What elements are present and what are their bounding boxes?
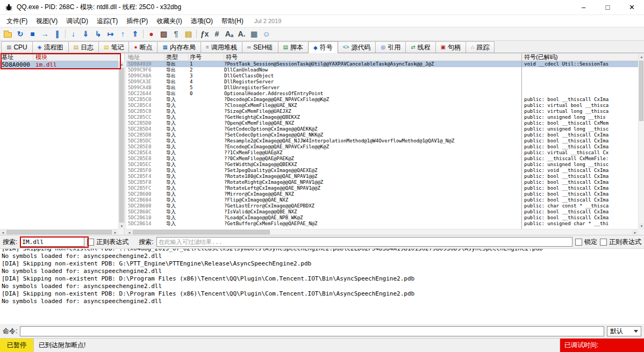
table-row[interactable]: 5D99C9F6导出2DllCanUnloadNow (126, 67, 638, 73)
menu-item[interactable]: 收藏夹(I) (152, 15, 186, 27)
comment-icon[interactable]: ¶ (170, 28, 182, 40)
scroll-thumb[interactable] (133, 230, 270, 234)
scroll-thumb[interactable] (6, 230, 112, 234)
memory-map-icon[interactable]: ▦ (248, 28, 260, 40)
lock-checkbox[interactable] (575, 239, 582, 246)
execute-till-return-icon[interactable]: ↑ (117, 28, 129, 40)
assemble-icon[interactable]: A. (235, 28, 248, 40)
tab-trace[interactable]: ∴跟踪 (466, 41, 495, 53)
symbol-regex-checkbox[interactable] (600, 239, 607, 246)
menu-item[interactable]: 帮助(H) (217, 15, 248, 27)
tab-seh[interactable]: ∞SEH链 (242, 41, 278, 53)
notes-icon[interactable]: ▤ (182, 28, 195, 40)
command-profile-dropdown[interactable]: 默认 (607, 326, 641, 336)
table-row[interactable]: 5D99CA0A导出3DllGetClassObject (126, 73, 638, 79)
scroll-track[interactable] (132, 229, 632, 235)
tab-source[interactable]: <>源代码 (338, 41, 376, 53)
command-input[interactable] (20, 326, 604, 336)
help-icon[interactable]: ☺ (260, 28, 273, 40)
animate-over-icon[interactable]: ↦ (104, 28, 117, 40)
table-row[interactable]: 5DC2B5DC导入?Resample2@CxImage@@QAE_NJJW4I… (126, 138, 638, 144)
scroll-track[interactable] (119, 67, 124, 223)
tab-threads[interactable]: ⇄线程 (405, 41, 435, 53)
log-output[interactable]: [DIA] Skipping non-existent PDB: ..\x64d… (0, 248, 644, 324)
scroll-up-icon[interactable]: ▲ (119, 61, 125, 67)
menu-item[interactable]: 视图(V) (32, 15, 62, 27)
tab-memory-map[interactable]: ▦内存布局 (157, 41, 201, 53)
table-row[interactable]: 5DC2B5C8导入?Size@CxMemFile@@UAEJXZpublic:… (126, 109, 638, 114)
column-header-type[interactable]: 类型 (165, 54, 189, 61)
restart-icon[interactable]: ↻ (14, 28, 26, 40)
tab-call-stack[interactable]: ≡调用堆栈 (201, 41, 242, 53)
tab-cpu[interactable]: ▦CPU (1, 41, 33, 53)
table-row[interactable]: 5DC2B608导入?GetLastError@CxImage@@QAEPBDX… (126, 203, 638, 209)
menu-item[interactable]: 追踪(T) (92, 15, 122, 27)
table-row[interactable]: 5DC2B5E4导入??1CxMemFile@@UAE@XZpublic: vi… (126, 150, 638, 156)
tab-notes[interactable]: ▤笔记 (98, 41, 129, 53)
table-row[interactable]: 5DC2B5D8导入?SetCodecOption@CxImage@@QAE_N… (126, 132, 638, 138)
table-row[interactable]: 5DC2B5F4导入?Rotate180@CxImage@@QAE_NPAV1@… (126, 174, 638, 179)
scroll-thumb[interactable] (639, 61, 643, 121)
scroll-down-icon[interactable]: ▼ (119, 223, 125, 229)
table-row[interactable]: 5D8A0000im.dll (0, 61, 118, 69)
maximize-button[interactable]: □ (596, 0, 620, 15)
column-header-base[interactable]: 基址 (0, 54, 33, 61)
table-row[interactable]: 5DC2B5D4导入?GetCodecOption@CxImage@@QAEKK… (126, 126, 638, 132)
minimize-button[interactable]: – (571, 0, 596, 15)
table-row[interactable]: 5DC2B604导入?Flip@CxImage@@QAE_NXZpublic: … (126, 197, 638, 203)
column-header-ordinal[interactable]: 序号 (189, 54, 224, 61)
ordinal-icon[interactable]: # (211, 28, 223, 40)
tab-log[interactable]: ▤日志 (68, 41, 99, 53)
step-over-icon[interactable]: ⇓ (80, 28, 92, 40)
run-to-user-code-icon[interactable]: ⇑ (129, 28, 141, 40)
modules-vertical-scrollbar[interactable]: ▲ ▼ (118, 61, 124, 229)
column-header-symbol[interactable]: 符号 (224, 54, 522, 61)
table-row[interactable]: 5DC2B5C0导入?Decode@CxImage@@QAE_NPAVCxFil… (126, 97, 638, 103)
column-header-address[interactable]: 地址 (126, 54, 165, 61)
tab-script[interactable]: ▤脚本 (278, 41, 309, 53)
table-row[interactable]: 5DC2B5D0导入?Open@CxMemFile@@QAE_NXZpublic… (126, 120, 638, 126)
table-row[interactable]: 5DC22644导出0OptionalHeader.AddressOfEntry… (126, 91, 638, 97)
table-row[interactable]: 5DC2B60C导入?IsValid@CxImage@@QBE_NXZpubli… (126, 209, 638, 215)
step-into-icon[interactable]: ↓ (67, 28, 80, 40)
breakpoints-icon[interactable]: ● (145, 28, 158, 40)
menu-item[interactable]: 文件(F) (2, 15, 32, 27)
module-regex-checkbox[interactable] (87, 239, 94, 246)
close-button[interactable]: ✕ (620, 0, 644, 15)
table-row[interactable]: 5D99CA3E导出4DllRegisterServer (126, 79, 638, 85)
table-row[interactable]: 5DC2B5E8导入??0CxMemFile@@QAE@PAEK@Zpublic… (126, 156, 638, 162)
menu-item[interactable]: 插件(P) (122, 15, 152, 27)
scroll-up-icon[interactable]: ▲ (639, 54, 644, 60)
animate-into-icon[interactable]: ↳ (92, 28, 104, 40)
modules-horizontal-scrollbar[interactable]: ◄ ► (0, 229, 118, 235)
symbols-horizontal-scrollbar[interactable]: ◄ ► (126, 229, 638, 235)
table-row[interactable]: 5D99CA4B导出5DllUnregisterServer (126, 85, 638, 91)
module-search-input[interactable] (20, 237, 84, 247)
table-row[interactable]: 5DC2B5E0导入?Encode@CxImage@@QAE_NPAVCxFil… (126, 144, 638, 150)
table-row[interactable]: 5DC2B5C4导入?Close@CxMemFile@@UAE_NXZpubli… (126, 103, 638, 109)
pause-icon[interactable]: ∥ (51, 28, 63, 40)
open-file-icon[interactable] (2, 28, 14, 40)
scroll-down-icon[interactable]: ▼ (639, 223, 644, 229)
table-row[interactable]: 5DC2B5CC导入?GetHeight@CxImage@@QBEKXZpubl… (126, 114, 638, 120)
scroll-track[interactable] (6, 229, 112, 235)
tab-handles[interactable]: ▣句柄 (435, 41, 466, 53)
symbols-vertical-scrollbar[interactable]: ▲ ▼ (638, 54, 644, 229)
text-case-icon[interactable]: Aₐ (223, 28, 235, 40)
tab-breakpoints[interactable]: ●断点 (128, 41, 158, 53)
function-icon[interactable]: ƒx (198, 28, 211, 40)
table-row[interactable]: 5DC2B5EC导入?GetWidth@CxImage@@QBEKXZpubli… (126, 162, 638, 168)
table-row[interactable]: 5D984939导出1?PostTask_Session@SessionTask… (126, 61, 638, 67)
patches-icon[interactable]: ▨ (158, 28, 170, 40)
table-row[interactable]: 5DC2B610导入?Load@CxImage@@QAE_NPB_WK@Zpub… (126, 215, 638, 221)
table-row[interactable]: 5DC2B5FC导入?RotateLeft@CxImage@@QAE_NPAV1… (126, 185, 638, 191)
menu-item[interactable]: 调试(D) (62, 15, 92, 27)
tab-references[interactable]: ◎引用 (375, 41, 406, 53)
table-row[interactable]: 5DC2B5F8导入?RotateRight@CxImage@@QAE_NPAV… (126, 179, 638, 185)
stop-icon[interactable]: ■ (26, 28, 39, 40)
table-row[interactable]: 5DC2B614导入?GetBuffer@CxMemFile@@QAEPAE_N… (126, 221, 638, 227)
column-header-module[interactable]: 模块 (33, 54, 118, 61)
scroll-track[interactable] (639, 60, 644, 223)
menu-item[interactable]: 选项(O) (187, 15, 217, 27)
scroll-thumb[interactable] (119, 68, 124, 222)
